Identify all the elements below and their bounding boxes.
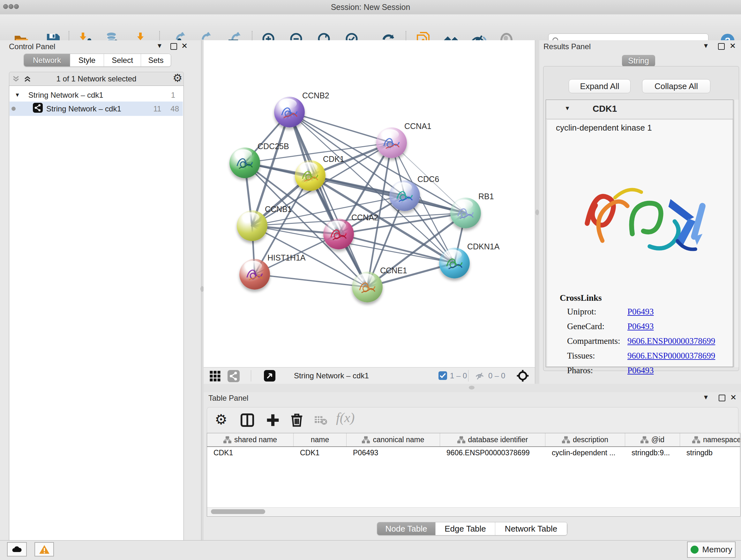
- column-header-description[interactable]: description: [545, 433, 625, 446]
- title-bar: Session: New Session: [0, 0, 741, 15]
- tab-network[interactable]: Network: [24, 54, 70, 66]
- results-scrollbar[interactable]: [734, 100, 739, 367]
- table-cell: P06493: [347, 447, 440, 458]
- crosslinks-list: Uniprot: P06493GeneCard: P06493Compartme…: [547, 306, 733, 379]
- network-node-CDC6[interactable]: [389, 180, 420, 211]
- results-panel-title: Results Panel: [543, 42, 591, 51]
- column-header--id[interactable]: @id: [625, 433, 680, 446]
- node-label-CDC25B: CDC25B: [258, 142, 289, 151]
- network-node-CCNA1[interactable]: [376, 127, 407, 158]
- bottom-splitter-handle[interactable]: [469, 386, 475, 389]
- warnings-button[interactable]: [35, 542, 54, 557]
- network-node-count: 11: [153, 105, 161, 113]
- right-splitter-handle[interactable]: [536, 209, 539, 215]
- memory-button[interactable]: Memory: [687, 542, 736, 558]
- results-panel-maximize-icon[interactable]: [718, 43, 725, 50]
- network-view-title: String Network – cdk1: [294, 371, 369, 380]
- cloud-button[interactable]: [7, 542, 27, 557]
- table-panel-maximize-icon[interactable]: [719, 395, 725, 401]
- node-gloss: [357, 273, 375, 284]
- crosslink-row: Uniprot: P06493: [547, 306, 733, 320]
- control-panel-maximize-icon[interactable]: [171, 43, 177, 50]
- crosslink-row: Pharos: P06493: [547, 364, 733, 379]
- results-panel-close-icon[interactable]: ✕: [730, 42, 736, 51]
- crosslink-value-link[interactable]: P06493: [627, 307, 654, 317]
- table-header-row: shared namenamecanonical namedatabase id…: [207, 433, 740, 447]
- network-node-CCNB2[interactable]: [274, 97, 305, 127]
- crosslink-row: GeneCard: P06493: [547, 320, 733, 335]
- column-namespace-icon: [692, 436, 700, 443]
- fit-content-crosshair-icon[interactable]: [516, 369, 529, 383]
- delete-column-icon[interactable]: [289, 413, 304, 428]
- crosslink-row: Compartments: 9606.ENSP00000378699: [547, 335, 733, 350]
- node-details-header[interactable]: ▼ CDK1: [546, 100, 733, 119]
- tab-network-table[interactable]: Network Table: [495, 522, 567, 535]
- column-header-name[interactable]: name: [293, 433, 347, 446]
- tab-node-table[interactable]: Node Table: [377, 522, 435, 535]
- expand-all-button[interactable]: Expand All: [569, 79, 630, 93]
- network-node-CDK1[interactable]: [295, 160, 326, 191]
- tab-sets[interactable]: Sets: [141, 54, 171, 66]
- tab-select[interactable]: Select: [104, 54, 141, 66]
- network-options-gear-icon[interactable]: ⚙: [173, 71, 182, 84]
- scrollbar-thumb[interactable]: [211, 509, 265, 514]
- string-network-icon: [33, 103, 43, 115]
- crosslink-label: Uniprot:: [567, 307, 596, 317]
- crosslink-value-link[interactable]: P06493: [627, 321, 654, 331]
- crosslink-value-link[interactable]: 9606.ENSP00000378699: [627, 351, 715, 361]
- control-panel-float-icon[interactable]: ▼: [156, 42, 163, 50]
- open-in-window-icon[interactable]: [264, 370, 275, 383]
- main-toolbar: ?: [0, 14, 741, 41]
- column-header-canonical-name[interactable]: canonical name: [347, 433, 440, 446]
- show-columns-icon[interactable]: [240, 413, 254, 428]
- window-title: Session: New Session: [0, 3, 741, 12]
- crosslink-label: GeneCard:: [567, 321, 604, 331]
- application-window: Session: New Session: [0, 0, 741, 560]
- network-node-CDKN1A[interactable]: [439, 248, 470, 278]
- node-gloss: [328, 221, 346, 231]
- table-settings-gear-icon[interactable]: ⚙: [215, 411, 227, 428]
- node-table[interactable]: shared namenamecanonical namedatabase id…: [207, 433, 740, 516]
- table-row[interactable]: CDK1CDK1P064939606.ENSP00000378699cyclin…: [207, 447, 740, 458]
- node-gloss: [234, 149, 252, 160]
- table-panel-title: Table Panel: [208, 394, 248, 402]
- column-header-label: @id: [651, 435, 664, 444]
- network-node-CCNA2[interactable]: [323, 219, 354, 249]
- add-column-icon[interactable]: [266, 413, 280, 428]
- string-style-icon[interactable]: [227, 370, 240, 383]
- control-panel-tabs: NetworkStyleSelectSets: [23, 54, 171, 67]
- selected-checkbox-icon[interactable]: [439, 371, 447, 381]
- birdseye-grid-icon[interactable]: [209, 370, 221, 383]
- column-header-namespace[interactable]: namespace: [680, 433, 740, 446]
- network-node-CCNE1[interactable]: [352, 272, 383, 302]
- node-gloss: [300, 162, 318, 173]
- column-header-label: name: [311, 435, 329, 444]
- table-cell: stringdb:9...: [625, 447, 680, 458]
- crosslink-value-link[interactable]: P06493: [627, 366, 654, 375]
- node-gloss: [242, 212, 259, 223]
- crosslink-value-link[interactable]: 9606.ENSP00000378699: [627, 336, 715, 346]
- tab-edge-table[interactable]: Edge Table: [435, 522, 495, 535]
- collection-count: 1: [171, 91, 175, 100]
- table-panel-float-icon[interactable]: ▼: [703, 394, 709, 401]
- tree-expander-icon[interactable]: ▼: [15, 92, 20, 98]
- network-node-RB1[interactable]: [450, 198, 481, 228]
- tab-style[interactable]: Style: [70, 54, 104, 66]
- network-node-CDC25B[interactable]: [229, 147, 260, 178]
- table-panel-close-icon[interactable]: ✕: [730, 393, 737, 402]
- details-expander-icon[interactable]: ▼: [564, 105, 570, 112]
- results-panel-float-icon[interactable]: ▼: [703, 42, 709, 50]
- column-header-shared-name[interactable]: shared name: [207, 433, 293, 446]
- network-node-HIST1H1A[interactable]: [239, 259, 270, 290]
- collapse-all-button[interactable]: Collapse All: [642, 79, 711, 93]
- network-node-CCNB1[interactable]: [237, 210, 267, 241]
- network-canvas[interactable]: CCNB2 CCNA1 CDC25B CDK1 CDC6 RB1CCNB1 CC…: [204, 40, 535, 367]
- control-panel: Control Panel ▼ ✕ NetworkStyleSelectSets…: [0, 40, 201, 540]
- column-header-database-identifier[interactable]: database identifier: [440, 433, 545, 446]
- tab-string[interactable]: String: [622, 55, 655, 67]
- control-panel-close-icon[interactable]: ✕: [181, 42, 188, 51]
- network-row[interactable]: String Network – cdk1 11 48: [10, 102, 183, 116]
- network-edge-count: 48: [171, 105, 179, 113]
- table-horizontal-scrollbar[interactable]: [207, 507, 739, 516]
- network-collection-row[interactable]: ▼ String Network – cdk1 1: [10, 88, 183, 102]
